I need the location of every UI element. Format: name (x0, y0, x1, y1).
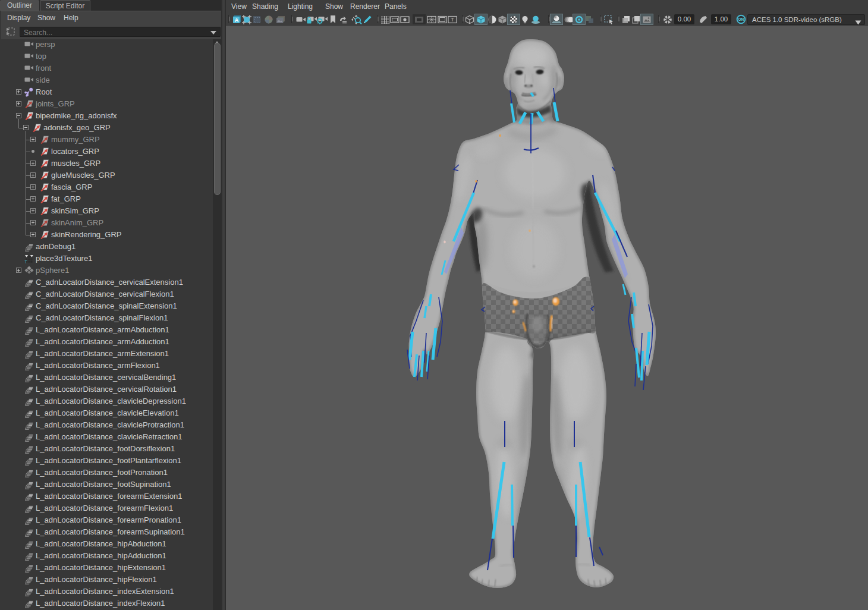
svg-text:A: A (234, 17, 238, 23)
svg-text:T: T (451, 17, 454, 23)
svg-text:ON: ON (738, 17, 744, 21)
svg-text:T: T (25, 260, 27, 263)
